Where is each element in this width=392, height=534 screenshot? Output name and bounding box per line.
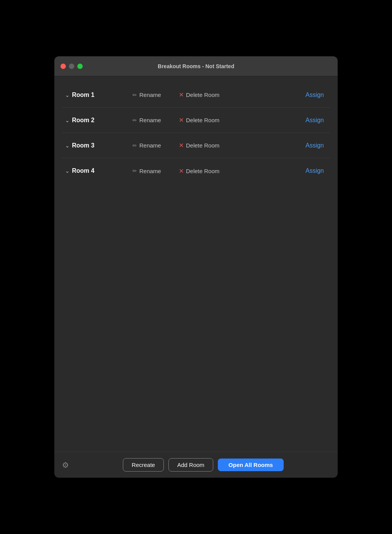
gear-icon[interactable]: ⚙ [62,460,69,470]
table-row: ⌄ Room 4 ✏ Rename ✕ Delete Room Assign [62,158,330,183]
room-4-name: Room 4 [72,167,106,174]
add-room-button[interactable]: Add Room [168,458,213,472]
room-3-name: Room 3 [72,142,106,149]
maximize-button[interactable] [77,64,83,69]
chevron-down-icon[interactable]: ⌄ [65,143,70,149]
table-row: ⌄ Room 3 ✏ Rename ✕ Delete Room Assign [62,133,330,158]
room-list: ⌄ Room 1 ✏ Rename ✕ Delete Room Assign ⌄… [62,82,330,183]
main-content: ⌄ Room 1 ✏ Rename ✕ Delete Room Assign ⌄… [54,76,338,452]
breakout-rooms-window: Breakout Rooms - Not Started ⌄ Room 1 ✏ … [54,56,338,478]
titlebar: Breakout Rooms - Not Started [54,56,338,76]
chevron-down-icon[interactable]: ⌄ [65,168,70,174]
chevron-down-icon[interactable]: ⌄ [65,117,70,123]
pencil-icon: ✏ [132,117,137,123]
x-icon: ✕ [179,116,184,124]
chevron-down-icon[interactable]: ⌄ [65,92,70,98]
room-2-name: Room 2 [72,117,106,124]
x-icon: ✕ [179,142,184,149]
room-3-rename-button[interactable]: ✏ Rename [129,141,164,150]
open-all-rooms-button[interactable]: Open All Rooms [218,459,284,471]
footer: ⚙ Recreate Add Room Open All Rooms [54,452,338,478]
minimize-button[interactable] [69,64,74,69]
traffic-lights [60,64,83,69]
room-2-assign-button[interactable]: Assign [302,115,327,125]
close-button[interactable] [60,64,66,69]
room-4-assign-button[interactable]: Assign [302,166,327,176]
room-1-rename-button[interactable]: ✏ Rename [129,90,164,100]
room-1-assign-button[interactable]: Assign [302,90,327,100]
room-3-assign-button[interactable]: Assign [302,141,327,151]
pencil-icon: ✏ [132,92,137,98]
room-2-rename-button[interactable]: ✏ Rename [129,115,164,125]
room-4-rename-button[interactable]: ✏ Rename [129,166,164,176]
window-title: Breakout Rooms - Not Started [158,63,234,69]
x-icon: ✕ [179,167,184,175]
room-1-delete-button[interactable]: ✕ Delete Room [176,90,223,100]
footer-buttons: Recreate Add Room Open All Rooms [77,458,330,472]
pencil-icon: ✏ [132,143,137,149]
x-icon: ✕ [179,91,184,98]
table-row: ⌄ Room 1 ✏ Rename ✕ Delete Room Assign [62,82,330,108]
room-4-delete-button[interactable]: ✕ Delete Room [176,166,223,176]
room-1-name: Room 1 [72,92,106,98]
table-row: ⌄ Room 2 ✏ Rename ✕ Delete Room Assign [62,108,330,133]
recreate-button[interactable]: Recreate [123,458,164,472]
room-3-delete-button[interactable]: ✕ Delete Room [176,140,223,151]
room-2-delete-button[interactable]: ✕ Delete Room [176,115,223,125]
pencil-icon: ✏ [132,168,137,174]
